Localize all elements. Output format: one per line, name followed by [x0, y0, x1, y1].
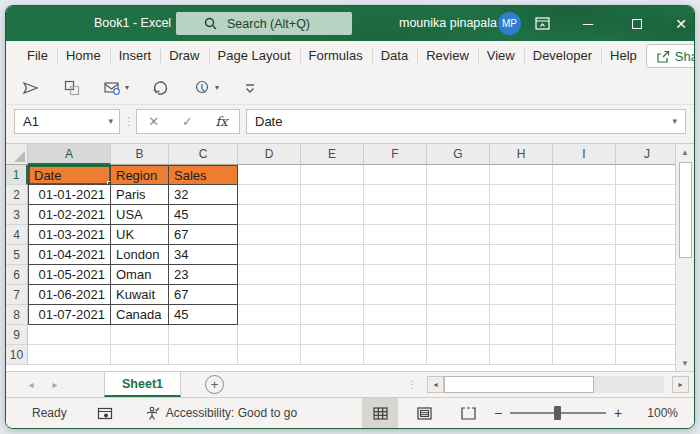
page-layout-view-button[interactable]	[406, 398, 442, 428]
share-button[interactable]: Share ▾	[646, 44, 695, 68]
row-header-9[interactable]: 9	[6, 325, 28, 345]
cell-J10[interactable]	[616, 345, 675, 365]
ribbon-tab-help[interactable]: Help	[601, 41, 646, 71]
cell-E4[interactable]	[301, 225, 364, 245]
cell-A7[interactable]: 01-06-2021	[28, 285, 111, 305]
cell-I9[interactable]	[553, 325, 616, 345]
cell-A10[interactable]	[28, 345, 111, 365]
ribbon-tab-page-layout[interactable]: Page Layout	[209, 41, 300, 71]
cell-I7[interactable]	[553, 285, 616, 305]
column-header-I[interactable]: I	[553, 144, 616, 165]
minimize-button[interactable]: ─	[571, 6, 605, 41]
cell-C9[interactable]	[169, 325, 238, 345]
cell-F8[interactable]	[364, 305, 427, 325]
cell-F4[interactable]	[364, 225, 427, 245]
cell-E1[interactable]	[301, 165, 364, 185]
zoom-level[interactable]: 100%	[630, 406, 678, 420]
cell-I8[interactable]	[553, 305, 616, 325]
cell-J8[interactable]	[616, 305, 675, 325]
cell-C8[interactable]: 45	[169, 305, 238, 325]
cell-A8[interactable]: 01-07-2021	[28, 305, 111, 325]
cell-I1[interactable]	[553, 165, 616, 185]
cell-F6[interactable]	[364, 265, 427, 285]
column-header-F[interactable]: F	[364, 144, 427, 165]
ribbon-tab-formulas[interactable]: Formulas	[300, 41, 372, 71]
row-header-8[interactable]: 8	[6, 305, 28, 325]
enter-icon[interactable]: ✓	[182, 114, 193, 129]
cell-E5[interactable]	[301, 245, 364, 265]
row-header-4[interactable]: 4	[6, 225, 28, 245]
cell-A2[interactable]: 01-01-2021	[28, 185, 111, 205]
cell-D5[interactable]	[238, 245, 301, 265]
send-button[interactable]	[22, 80, 40, 96]
cell-F5[interactable]	[364, 245, 427, 265]
cell-G6[interactable]	[427, 265, 490, 285]
cell-D10[interactable]	[238, 345, 301, 365]
cell-C1[interactable]: Sales	[169, 165, 238, 185]
column-header-D[interactable]: D	[238, 144, 301, 165]
select-all-button[interactable]	[6, 144, 28, 165]
cell-G2[interactable]	[427, 185, 490, 205]
vertical-scrollbar[interactable]: ▲ ▼	[675, 144, 694, 371]
cell-D7[interactable]	[238, 285, 301, 305]
cell-B3[interactable]: USA	[111, 205, 169, 225]
cell-C2[interactable]: 32	[169, 185, 238, 205]
cell-E7[interactable]	[301, 285, 364, 305]
cell-J2[interactable]	[616, 185, 675, 205]
cell-B9[interactable]	[111, 325, 169, 345]
insert-function-icon[interactable]: fx	[215, 114, 227, 129]
cell-E2[interactable]	[301, 185, 364, 205]
fill-handle[interactable]	[107, 181, 111, 185]
search-input[interactable]: Search (Alt+Q)	[176, 12, 352, 35]
cell-C6[interactable]: 23	[169, 265, 238, 285]
row-header-6[interactable]: 6	[6, 265, 28, 285]
cell-H6[interactable]	[490, 265, 553, 285]
cell-E3[interactable]	[301, 205, 364, 225]
cell-C10[interactable]	[169, 345, 238, 365]
zoom-slider[interactable]	[510, 406, 606, 420]
cell-A9[interactable]	[28, 325, 111, 345]
cell-F10[interactable]	[364, 345, 427, 365]
cell-G10[interactable]	[427, 345, 490, 365]
shapes-button[interactable]	[64, 80, 80, 96]
scroll-left-icon[interactable]: ◂	[427, 376, 444, 393]
cell-A6[interactable]: 01-05-2021	[28, 265, 111, 285]
cell-H8[interactable]	[490, 305, 553, 325]
user-avatar[interactable]: MP	[498, 12, 521, 35]
cell-F7[interactable]	[364, 285, 427, 305]
cell-H10[interactable]	[490, 345, 553, 365]
scroll-right-icon[interactable]: ▸	[672, 376, 689, 393]
formula-input[interactable]: Date ▾	[246, 109, 686, 134]
cell-A5[interactable]: 01-04-2021	[28, 245, 111, 265]
next-sheet-icon[interactable]: ▸	[44, 379, 66, 390]
column-header-B[interactable]: B	[111, 144, 169, 165]
maximize-button[interactable]	[620, 6, 654, 41]
cancel-icon[interactable]: ✕	[148, 114, 159, 129]
ribbon-tab-developer[interactable]: Developer	[524, 41, 601, 71]
cell-H4[interactable]	[490, 225, 553, 245]
cell-H9[interactable]	[490, 325, 553, 345]
column-header-J[interactable]: J	[616, 144, 675, 165]
column-header-A[interactable]: A	[28, 144, 111, 165]
expand-formula-bar-icon[interactable]: ▾	[672, 116, 677, 126]
scrollbar-resize-handle[interactable]: ⋮	[407, 379, 417, 390]
cell-D6[interactable]	[238, 265, 301, 285]
cell-A3[interactable]: 01-02-2021	[28, 205, 111, 225]
cell-G7[interactable]	[427, 285, 490, 305]
accessibility-status[interactable]: Accessibility: Good to go	[145, 406, 297, 421]
ribbon-display-options-button[interactable]	[525, 6, 559, 41]
cell-J4[interactable]	[616, 225, 675, 245]
close-button[interactable]: ✕	[664, 6, 695, 41]
row-header-5[interactable]: 5	[6, 245, 28, 265]
horizontal-scroll-thumb[interactable]	[444, 376, 594, 393]
cell-F1[interactable]	[364, 165, 427, 185]
ribbon-tab-home[interactable]: Home	[57, 41, 110, 71]
row-header-3[interactable]: 3	[6, 205, 28, 225]
cell-C4[interactable]: 67	[169, 225, 238, 245]
cell-H3[interactable]	[490, 205, 553, 225]
cell-D2[interactable]	[238, 185, 301, 205]
cell-B6[interactable]: Oman	[111, 265, 169, 285]
column-header-G[interactable]: G	[427, 144, 490, 165]
cell-I5[interactable]	[553, 245, 616, 265]
name-box-dropdown-icon[interactable]: ▾	[108, 116, 113, 126]
